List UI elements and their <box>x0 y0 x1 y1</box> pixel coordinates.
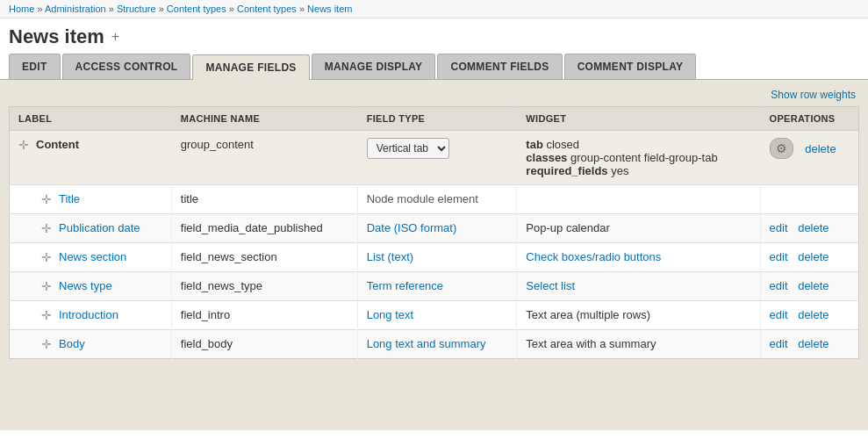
widget-link[interactable]: Select list <box>526 279 575 292</box>
tab-edit[interactable]: EDIT <box>9 54 61 79</box>
delete-link[interactable]: delete <box>805 142 836 155</box>
widget-cell: Select list <box>517 272 760 301</box>
col-widget: WIDGET <box>517 107 760 131</box>
drag-handle[interactable]: ✛ <box>41 308 52 322</box>
show-row-weights-link[interactable]: Show row weights <box>771 89 856 101</box>
tab-manage-fields[interactable]: MANAGE FIELDS <box>192 54 309 80</box>
field-type-link[interactable]: List (text) <box>367 250 413 263</box>
machine-name-cell: field_news_section <box>171 243 357 272</box>
row-label-link[interactable]: Body <box>59 337 85 350</box>
gear-toggle[interactable]: ⚙ <box>770 138 793 159</box>
drag-handle[interactable]: ✛ <box>41 221 52 235</box>
row-label-link[interactable]: Title <box>59 192 80 205</box>
machine-name: field_body <box>181 337 233 350</box>
label-cell: ✛ Body <box>10 330 172 359</box>
widget-cell <box>517 185 760 214</box>
machine-name-cell: field_news_type <box>171 272 357 301</box>
delete-link[interactable]: delete <box>798 337 829 350</box>
row-label-link[interactable]: News type <box>59 279 112 292</box>
tab-manage-display[interactable]: MANAGE DISPLAY <box>312 54 436 79</box>
drag-handle[interactable]: ✛ <box>18 138 29 152</box>
row-label-link[interactable]: Introduction <box>59 308 118 321</box>
field-type-cell: Long text <box>357 301 517 330</box>
ops-cell <box>760 185 858 214</box>
gear-icon: ⚙ <box>776 141 787 155</box>
drag-handle[interactable]: ✛ <box>41 337 52 351</box>
ops-cell: ⚙ delete <box>760 131 858 185</box>
widget-label: Pop-up calendar <box>526 221 609 234</box>
tabs-bar: EDIT ACCESS CONTROL MANAGE FIELDS MANAGE… <box>0 48 868 79</box>
main-content: Show row weights LABEL MACHINE NAME FIEL… <box>0 79 868 430</box>
table-row: ✛ Introduction field_intro Long text Tex… <box>10 301 859 330</box>
label-cell: ✛ Content <box>10 131 172 185</box>
breadcrumb-home[interactable]: Home <box>9 4 34 14</box>
machine-name-cell: field_intro <box>171 301 357 330</box>
table-row: ✛ News type field_news_type Term referen… <box>10 272 859 301</box>
edit-link[interactable]: edit <box>770 337 788 350</box>
ops-cell: edit delete <box>760 301 858 330</box>
machine-name: field_news_section <box>181 250 277 263</box>
breadcrumb-content-types[interactable]: Content types <box>167 4 226 14</box>
widget-cell: Pop-up calendar <box>517 214 760 243</box>
widget-cell: Text area with a summary <box>517 330 760 359</box>
tab-comment-fields[interactable]: COMMENT FIELDS <box>437 54 562 79</box>
label-cell: ✛ Publication date <box>10 214 172 243</box>
machine-name: field_news_type <box>181 279 262 292</box>
machine-name-cell: title <box>171 185 357 214</box>
add-content-type-icon[interactable]: + <box>111 29 119 45</box>
widget-cell: Text area (multiple rows) <box>517 301 760 330</box>
edit-link[interactable]: edit <box>770 279 788 292</box>
row-label-link[interactable]: Publication date <box>59 221 140 234</box>
widget-label: Text area with a summary <box>526 337 656 350</box>
edit-link[interactable]: edit <box>770 221 788 234</box>
breadcrumb: Home » Administration » Structure » Cont… <box>0 0 868 18</box>
label-cell: ✛ Introduction <box>10 301 172 330</box>
tab-access-control[interactable]: ACCESS CONTROL <box>62 54 191 79</box>
field-type-link[interactable]: Long text and summary <box>367 337 486 350</box>
drag-handle[interactable]: ✛ <box>41 279 52 293</box>
field-type-link[interactable]: Date (ISO format) <box>367 221 457 234</box>
table-row: ✛ Publication date field_media_date_publ… <box>10 214 859 243</box>
widget-cell: tab closed classes group-content field-g… <box>517 131 760 185</box>
field-type-cell: Term reference <box>357 272 517 301</box>
table-row: ✛ Content group_content Vertical tab tab… <box>10 131 859 185</box>
fields-table: LABEL MACHINE NAME FIELD TYPE WIDGET OPE… <box>9 106 859 359</box>
edit-link[interactable]: edit <box>770 308 788 321</box>
row-label-link[interactable]: News section <box>59 250 126 263</box>
row-label: Content <box>36 138 79 151</box>
table-row: ✛ Body field_body Long text and summary … <box>10 330 859 359</box>
table-header-row: LABEL MACHINE NAME FIELD TYPE WIDGET OPE… <box>10 107 859 131</box>
breadcrumb-administration[interactable]: Administration <box>45 4 106 14</box>
ops-cell: edit delete <box>760 243 858 272</box>
breadcrumb-news-item[interactable]: News item <box>307 4 352 14</box>
drag-handle[interactable]: ✛ <box>41 250 52 264</box>
tab-comment-display[interactable]: COMMENT DISPLAY <box>564 54 697 79</box>
widget-cell: Check boxes/radio buttons <box>517 243 760 272</box>
edit-link[interactable]: edit <box>770 250 788 263</box>
field-type-link[interactable]: Long text <box>367 308 414 321</box>
widget-label: Text area (multiple rows) <box>526 308 650 321</box>
delete-link[interactable]: delete <box>798 308 829 321</box>
label-cell: ✛ News section <box>10 243 172 272</box>
widget-link[interactable]: Check boxes/radio buttons <box>526 250 661 263</box>
machine-name: field_intro <box>181 308 230 321</box>
vertical-tab-select[interactable]: Vertical tab <box>367 138 449 159</box>
col-field-type: FIELD TYPE <box>357 107 517 131</box>
breadcrumb-structure[interactable]: Structure <box>117 4 156 14</box>
machine-name-cell: field_body <box>171 330 357 359</box>
ops-cell: edit delete <box>760 214 858 243</box>
field-type-link[interactable]: Term reference <box>367 279 443 292</box>
delete-link[interactable]: delete <box>798 221 829 234</box>
table-row: ✛ Title title Node module element <box>10 185 859 214</box>
ops-cell: edit delete <box>760 272 858 301</box>
field-type-cell: List (text) <box>357 243 517 272</box>
col-label: LABEL <box>10 107 172 131</box>
breadcrumb-content-types2[interactable]: Content types <box>237 4 297 14</box>
page-title: News item <box>9 25 104 48</box>
label-cell: ✛ News type <box>10 272 172 301</box>
drag-handle[interactable]: ✛ <box>41 192 52 206</box>
delete-link[interactable]: delete <box>798 250 829 263</box>
delete-link[interactable]: delete <box>798 279 829 292</box>
machine-name: title <box>181 192 198 205</box>
machine-name: field_media_date_published <box>181 221 323 234</box>
